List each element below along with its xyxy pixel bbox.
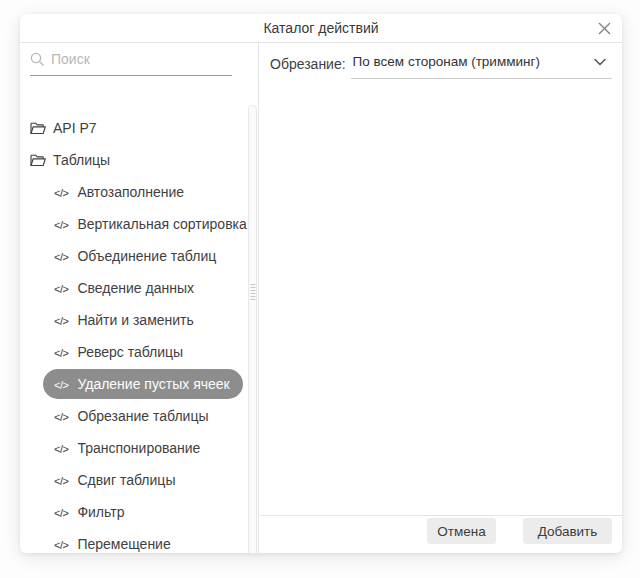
tree-item-action[interactable]: </> Перемещение bbox=[20, 528, 244, 553]
code-icon: </> bbox=[54, 507, 68, 518]
tree-item-action[interactable]: </> Вертикальная сортировка bbox=[20, 208, 244, 240]
actions-catalog-dialog: Каталог действий API P7 bbox=[20, 14, 622, 553]
tree-item-action-selected[interactable]: </> Удаление пустых ячеек bbox=[20, 368, 244, 400]
code-icon: </> bbox=[54, 347, 68, 358]
trim-mode-select[interactable]: По всем сторонам (тримминг) bbox=[351, 49, 612, 79]
tree-item-action[interactable]: </> Реверс таблицы bbox=[20, 336, 244, 368]
folder-icon bbox=[30, 122, 46, 135]
tree-item-label: Перемещение bbox=[77, 536, 170, 552]
tree-item-label: Вертикальная сортировка bbox=[77, 216, 246, 232]
code-icon: </> bbox=[54, 475, 68, 486]
tree-item-label: Транспонирование bbox=[77, 440, 200, 456]
tree-item-label: Фильтр bbox=[77, 504, 124, 520]
folder-icon bbox=[30, 154, 46, 167]
tree-item-label: API P7 bbox=[53, 120, 97, 136]
tree-scrollbar[interactable] bbox=[248, 105, 257, 553]
chevron-down-icon bbox=[594, 58, 606, 66]
tree-item-folder[interactable]: API P7 bbox=[20, 112, 244, 144]
actions-tree: API P7 Таблицы </> Автозаполнение </> Ве… bbox=[20, 112, 244, 553]
tree-item-action[interactable]: </> Сдвиг таблицы bbox=[20, 464, 244, 496]
selected-item-pill: </> Удаление пустых ячеек bbox=[43, 369, 243, 399]
close-icon bbox=[598, 22, 611, 35]
tree-item-label: Реверс таблицы bbox=[77, 344, 183, 360]
actions-sidebar: API P7 Таблицы </> Автозаполнение </> Ве… bbox=[20, 43, 259, 553]
tree-item-label: Удаление пустых ячеек bbox=[77, 376, 229, 392]
cancel-button[interactable]: Отмена bbox=[427, 518, 496, 544]
tree-item-label: Объединение таблиц bbox=[77, 248, 216, 264]
trim-field-row: Обрезание: По всем сторонам (тримминг) bbox=[270, 49, 612, 79]
code-icon: </> bbox=[54, 283, 68, 294]
search-icon bbox=[30, 52, 45, 67]
trim-mode-value: По всем сторонам (тримминг) bbox=[353, 54, 540, 69]
tree-item-action[interactable]: </> Фильтр bbox=[20, 496, 244, 528]
dialog-header: Каталог действий bbox=[20, 14, 622, 43]
tree-item-action[interactable]: </> Найти и заменить bbox=[20, 304, 244, 336]
trim-field-label: Обрезание: bbox=[270, 56, 346, 72]
code-icon: </> bbox=[54, 251, 68, 262]
scrollbar-grip-icon bbox=[250, 284, 255, 301]
tree-item-action[interactable]: </> Обрезание таблицы bbox=[20, 400, 244, 432]
tree-item-action[interactable]: </> Объединение таблиц bbox=[20, 240, 244, 272]
tree-item-folder[interactable]: Таблицы bbox=[20, 144, 244, 176]
tree-item-label: Найти и заменить bbox=[77, 312, 193, 328]
tree-item-label: Сдвиг таблицы bbox=[77, 472, 175, 488]
dialog-title: Каталог действий bbox=[263, 20, 378, 36]
tree-item-action[interactable]: </> Транспонирование bbox=[20, 432, 244, 464]
code-icon: </> bbox=[54, 539, 68, 550]
add-button[interactable]: Добавить bbox=[523, 518, 612, 544]
footer-divider bbox=[260, 515, 622, 516]
close-button[interactable] bbox=[592, 16, 616, 40]
code-icon: </> bbox=[54, 411, 68, 422]
tree-item-action[interactable]: </> Автозаполнение bbox=[20, 176, 244, 208]
search-input[interactable] bbox=[51, 51, 232, 67]
code-icon: </> bbox=[54, 443, 68, 454]
footer-buttons: Отмена Добавить bbox=[427, 518, 612, 544]
code-icon: </> bbox=[54, 187, 68, 198]
tree-item-label: Таблицы bbox=[53, 152, 110, 168]
search-field bbox=[30, 47, 232, 76]
tree-item-label: Обрезание таблицы bbox=[77, 408, 208, 424]
code-icon: </> bbox=[54, 315, 68, 326]
action-settings-panel: Обрезание: По всем сторонам (тримминг) О… bbox=[260, 43, 622, 553]
code-icon: </> bbox=[54, 219, 68, 230]
tree-item-label: Автозаполнение bbox=[77, 184, 184, 200]
tree-item-action[interactable]: </> Сведение данных bbox=[20, 272, 244, 304]
tree-item-label: Сведение данных bbox=[77, 280, 194, 296]
code-icon: </> bbox=[54, 379, 68, 390]
